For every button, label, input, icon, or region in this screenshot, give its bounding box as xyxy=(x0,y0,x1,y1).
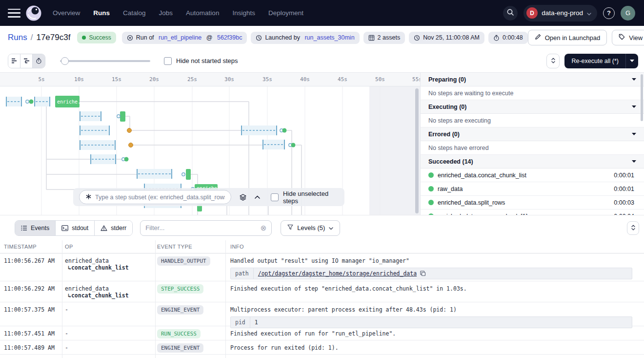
user-avatar[interactable]: G xyxy=(621,6,635,21)
nav-item-runs[interactable]: Runs xyxy=(93,9,110,17)
run-tag-chip[interactable]: 0:00:48 xyxy=(488,32,528,44)
section-header-errored[interactable]: Errored (0) xyxy=(421,127,644,141)
search-icon xyxy=(506,8,514,18)
log-expand-collapse-button[interactable] xyxy=(627,221,639,235)
succeeded-step-row[interactable]: raw_data0:00:01 xyxy=(421,182,644,196)
search-button[interactable] xyxy=(503,6,518,21)
breadcrumb-runs-link[interactable]: Runs xyxy=(8,33,27,42)
metadata-value: 1 xyxy=(255,319,258,326)
layers-icon[interactable] xyxy=(239,194,247,201)
step-success-marker[interactable] xyxy=(29,100,34,104)
status-badge: Success xyxy=(77,32,116,43)
view-mode-flat-button[interactable] xyxy=(8,54,20,68)
log-row[interactable]: 11:00:56.292 AMenriched_data↳concat_chun… xyxy=(0,281,644,302)
section-header-preparing[interactable]: Preparing (0) xyxy=(421,73,644,86)
nav-item-automation[interactable]: Automation xyxy=(186,9,219,17)
slider-thumb[interactable] xyxy=(61,57,69,65)
hide-not-started-toggle[interactable]: Hide not started steps xyxy=(164,57,238,65)
section-header-succeeded[interactable]: Succeeded (14) xyxy=(421,155,644,168)
step-output-marker[interactable] xyxy=(127,128,132,133)
log-filter-input[interactable] xyxy=(145,224,260,232)
view-mode-timed-button[interactable] xyxy=(33,54,45,68)
metadata-path-link[interactable]: /opt/dagster/dagster_home/storage/enrich… xyxy=(258,270,417,277)
run-tag-chip[interactable]: Run of run_etl_pipeline @ 562f39bc xyxy=(122,32,247,44)
top-nav: OverviewRunsCatalogJobsAutomationInsight… xyxy=(0,0,644,26)
step-success-marker[interactable] xyxy=(124,157,129,162)
view-tags-config-button[interactable]: View tags and config xyxy=(612,30,644,45)
view-mode-waterfall-button[interactable] xyxy=(20,54,33,68)
log-row[interactable]: 11:00:57.489 AM-ENGINE_EVENTProcess for … xyxy=(0,340,644,355)
breadcrumb: Runs/17e79c3f xyxy=(8,33,70,42)
run-tag-chip[interactable]: Launched by run_assets_30min xyxy=(251,32,359,44)
log-op: enriched_data↳concat_chunk_list xyxy=(62,281,155,302)
log-timestamp: 11:00:56.267 AM xyxy=(0,253,62,281)
run-tag-chip[interactable]: 2 assets xyxy=(363,32,405,44)
log-event-type: HANDLED_OUTPUT xyxy=(155,253,225,281)
run-target-icon xyxy=(127,35,133,41)
axis-tick-label: 40s xyxy=(300,76,310,83)
hamburger-menu-icon[interactable] xyxy=(8,9,20,18)
gantt-toolbar: Hide not started steps Re-execute all (*… xyxy=(0,49,644,72)
axis-tick-label: 25s xyxy=(187,76,197,83)
tab-events[interactable]: Events xyxy=(15,221,56,235)
nav-item-overview[interactable]: Overview xyxy=(53,9,80,17)
filter-clear-icon[interactable]: ⊗ xyxy=(261,224,267,232)
gantt-expand-collapse-button[interactable] xyxy=(546,54,560,68)
gantt-step-bar[interactable] xyxy=(120,111,125,122)
log-row[interactable]: 11:00:57.451 AM-RUN_SUCCESSFinished exec… xyxy=(0,326,644,340)
events-toolbar: Eventsstdoutstderr ⊗ Levels (5) xyxy=(0,215,644,240)
gantt-scrollbar[interactable] xyxy=(415,88,419,213)
workspace-switcher[interactable]: D data-eng-prod xyxy=(523,5,597,21)
step-start-marker xyxy=(26,100,29,103)
up-down-carets-icon xyxy=(551,57,555,65)
help-button[interactable]: ? xyxy=(603,7,615,19)
axis-tick-label: 50s xyxy=(375,76,385,83)
succeeded-step-row[interactable]: enriched_data.split_rows0:00:03 xyxy=(421,196,644,210)
levels-dropdown[interactable]: Levels (5) xyxy=(281,220,340,236)
log-info-text: Finished execution of run for "run_etl_p… xyxy=(230,330,644,337)
step-output-marker[interactable] xyxy=(129,143,133,147)
nav-item-catalog[interactable]: Catalog xyxy=(123,9,146,17)
succeeded-step-row[interactable]: enriched_data.concat_chunk_list0:00:01 xyxy=(421,168,644,182)
tab-stdout[interactable]: stdout xyxy=(56,221,95,235)
log-event-type: RUN_SUCCESS xyxy=(155,326,225,340)
re-execute-button[interactable]: Re-execute all (*) xyxy=(564,54,638,68)
success-dot xyxy=(428,186,434,191)
nav-item-insights[interactable]: Insights xyxy=(232,9,255,17)
nav-item-jobs[interactable]: Jobs xyxy=(159,9,173,17)
re-execute-dropdown[interactable] xyxy=(625,54,638,68)
log-event-type: STEP_SUCCESS xyxy=(155,281,225,302)
tag-link[interactable]: 562f39bc xyxy=(217,34,242,41)
tab-stderr[interactable]: stderr xyxy=(95,221,132,235)
log-event-type: ENGINE_EVENT xyxy=(155,302,225,326)
run-tags: Run of run_etl_pipeline @ 562f39bcLaunch… xyxy=(122,32,528,44)
nav-item-deployment[interactable]: Deployment xyxy=(268,9,303,17)
succeeded-step-row[interactable]: enriched_data.process_chunk [1]0:00:04 xyxy=(421,210,644,215)
tag-link[interactable]: run_etl_pipeline xyxy=(159,34,201,41)
axis-tick-label: 5s xyxy=(38,76,44,83)
log-row[interactable]: 11:00:57.375 AM-ENGINE_EVENTMultiprocess… xyxy=(0,302,644,326)
gantt-step-bar[interactable] xyxy=(186,169,191,180)
tag-link[interactable]: run_assets_30min xyxy=(304,34,354,41)
run-tag-chip[interactable]: Nov 25, 11:00:08 AM xyxy=(409,32,484,44)
log-row[interactable]: 11:00:56.267 AMenriched_data↳concat_chun… xyxy=(0,253,644,281)
log-info: Process for run exited (pid: 1). xyxy=(225,340,644,354)
gantt-zoom-slider[interactable] xyxy=(60,57,150,65)
open-in-launchpad-button[interactable]: Open in Launchpad xyxy=(528,30,607,45)
dagster-logo[interactable] xyxy=(25,5,42,21)
section-header-executing[interactable]: Executing (0) xyxy=(421,100,644,114)
axis-tick-label: 55s xyxy=(412,76,421,83)
step-success-marker[interactable] xyxy=(282,128,287,133)
step-subset-input-wrap xyxy=(79,190,231,204)
collapse-up-icon[interactable] xyxy=(255,195,260,199)
step-selector-overlay: Hide unselected steps xyxy=(73,188,344,206)
step-subset-input[interactable] xyxy=(95,194,225,201)
copy-icon[interactable] xyxy=(420,271,426,276)
hide-unselected-toggle[interactable]: Hide unselected steps xyxy=(271,190,344,205)
hide-unselected-checkbox[interactable] xyxy=(271,193,279,201)
panel-scrollbar[interactable] xyxy=(641,74,643,121)
step-success-marker[interactable] xyxy=(291,143,296,147)
clock-icon xyxy=(256,35,262,41)
chevron-down-icon xyxy=(632,105,636,108)
hide-not-started-checkbox[interactable] xyxy=(164,57,172,65)
